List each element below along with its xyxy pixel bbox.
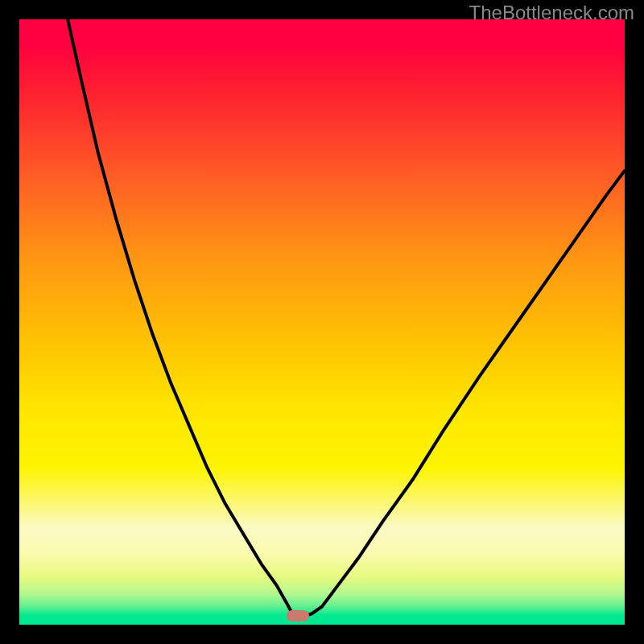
attribution-text: TheBottleneck.com (469, 2, 634, 24)
plot-area (19, 19, 625, 625)
trough-marker (287, 610, 309, 621)
bottleneck-curve (68, 19, 625, 616)
chart-svg (19, 19, 625, 625)
